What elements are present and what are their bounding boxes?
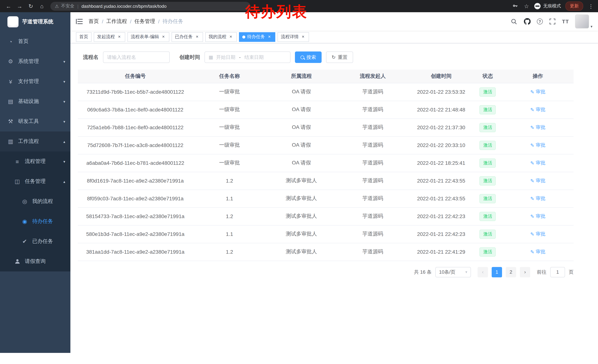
- reload-icon[interactable]: ↻: [26, 0, 36, 12]
- cell-status: 激活: [473, 83, 502, 101]
- approve-link[interactable]: ✎ 审批: [530, 142, 545, 148]
- tab-process-detail[interactable]: 流程详情 ×: [277, 32, 309, 42]
- close-icon[interactable]: ×: [194, 34, 200, 40]
- reset-button[interactable]: ↻ 重置: [326, 51, 353, 63]
- sidebar-item-leave-query[interactable]: 请假查询: [0, 251, 70, 271]
- search-button[interactable]: 搜索: [295, 51, 322, 63]
- search-icon: [300, 55, 304, 59]
- tab-my-process[interactable]: 我的流程 ×: [205, 32, 237, 42]
- next-page-button[interactable]: ›: [520, 267, 530, 277]
- refresh-icon: ↻: [332, 54, 336, 60]
- sidebar-item-workflow[interactable]: ▥ 工作流程 ▴: [0, 131, 70, 152]
- page-2-button[interactable]: 2: [506, 267, 516, 277]
- approve-link[interactable]: ✎ 审批: [530, 177, 545, 184]
- approve-link[interactable]: ✎ 审批: [530, 124, 545, 131]
- avatar[interactable]: [575, 15, 589, 29]
- page-size-select[interactable]: 10条/页 ▾: [435, 267, 471, 277]
- annotation-overlay-text: 待办列表: [245, 1, 307, 22]
- sidebar-item-done-tasks[interactable]: ✔ 已办任务: [0, 231, 70, 251]
- date-range-separator: -: [239, 54, 241, 60]
- forward-icon[interactable]: →: [15, 0, 25, 12]
- close-icon[interactable]: ×: [161, 34, 166, 40]
- sidebar-item-process-management[interactable]: ≡ 流程管理 ▾: [0, 152, 70, 171]
- sidebar-item-infra[interactable]: ▤ 基础设施 ▾: [0, 91, 70, 112]
- browser-chrome: ← → ↻ ⌂ ⚠ 不安全 | dashboard.yudao.iocoder.…: [0, 0, 598, 12]
- status-badge: 激活: [480, 87, 496, 97]
- create-time-label: 创建时间: [179, 54, 200, 61]
- tab-done-tasks[interactable]: 已办任务 ×: [172, 32, 203, 42]
- cell-process: OA 请假: [266, 101, 337, 119]
- address-bar[interactable]: ⚠ 不安全 | dashboard.yudao.iocoder.cn/bpm/t…: [50, 2, 250, 11]
- fullscreen-icon[interactable]: [549, 18, 556, 25]
- chevron-up-icon: ▴: [63, 139, 65, 144]
- approve-link[interactable]: ✎ 审批: [530, 106, 545, 113]
- security-label[interactable]: 不安全: [61, 3, 75, 9]
- cell-status: 激活: [473, 207, 502, 225]
- close-icon[interactable]: ×: [117, 34, 122, 40]
- breadcrumb-workflow[interactable]: 工作流程: [106, 18, 127, 25]
- table-row: 73211d9d-7b9b-11ec-b5b7-acde48001122 一级审…: [78, 83, 573, 101]
- tab-home[interactable]: 首页: [76, 32, 91, 42]
- cell-created: 2022-01-21 22:42:23: [409, 207, 473, 225]
- cell-created: 2022-01-22 21:48:48: [409, 101, 473, 119]
- col-actions: 操作: [502, 70, 573, 83]
- page-1-button[interactable]: 1: [492, 267, 502, 277]
- person-icon: [14, 258, 20, 265]
- monitor-icon: ▤: [8, 98, 14, 105]
- sidebar-item-my-process[interactable]: ◎ 我的流程: [0, 191, 70, 211]
- chevron-down-icon: ▾: [63, 99, 65, 104]
- sidebar-item-label: 流程管理: [25, 158, 46, 165]
- edit-icon: ✎: [530, 249, 534, 255]
- breadcrumb-home[interactable]: 首页: [89, 18, 99, 25]
- tab-process-form-edit[interactable]: 流程表单-编辑 ×: [127, 32, 169, 42]
- approve-link[interactable]: ✎ 审批: [530, 231, 545, 237]
- page-unit-label: 页: [569, 269, 573, 275]
- prev-page-button[interactable]: ‹: [478, 267, 488, 277]
- user-menu[interactable]: ▾: [575, 15, 592, 29]
- bookmark-star-icon[interactable]: ☆: [523, 0, 530, 12]
- sidebar-item-home[interactable]: ◔ 首页: [0, 32, 70, 51]
- cell-task-name: 1.1: [193, 225, 266, 243]
- home-icon[interactable]: ⌂: [37, 0, 47, 12]
- sidebar-item-devtools[interactable]: ⚒ 研发工具 ▾: [0, 112, 70, 131]
- github-icon[interactable]: [523, 18, 531, 25]
- font-size-icon[interactable]: TT: [562, 18, 569, 24]
- app-logo[interactable]: 芋道管理系统: [0, 12, 70, 32]
- approve-link[interactable]: ✎ 审批: [530, 195, 545, 202]
- close-icon[interactable]: ×: [228, 34, 233, 40]
- cell-task-id: a6aba0a4-7b6d-11ec-b781-acde48001122: [78, 154, 193, 172]
- back-icon[interactable]: ←: [4, 0, 13, 12]
- approve-link[interactable]: ✎ 审批: [530, 160, 545, 166]
- cell-created: 2022-01-21 22:43:55: [409, 172, 473, 190]
- sidebar-item-label: 已办任务: [32, 238, 53, 245]
- key-icon[interactable]: [511, 2, 519, 10]
- browser-menu-icon[interactable]: ⋮: [588, 3, 594, 9]
- close-icon[interactable]: ×: [300, 34, 306, 40]
- col-created: 创建时间: [409, 70, 473, 83]
- breadcrumb-task-management[interactable]: 任务管理: [134, 18, 155, 25]
- update-button[interactable]: 更新: [565, 1, 583, 11]
- sidebar-item-todo-tasks[interactable]: ◉ 待办任务: [0, 211, 70, 231]
- process-name-input[interactable]: [103, 51, 170, 63]
- sidebar-collapse-icon[interactable]: [76, 19, 83, 24]
- cell-process: OA 请假: [266, 154, 337, 172]
- table-row: 75d72608-7b7f-11ec-a3c8-acde48001122 一级审…: [78, 136, 573, 154]
- sidebar-item-system[interactable]: ⚙ 系统管理 ▾: [0, 51, 70, 72]
- cell-task-id: 75d72608-7b7f-11ec-a3c8-acde48001122: [78, 136, 193, 154]
- approve-link[interactable]: ✎ 审批: [530, 249, 545, 255]
- date-range-picker[interactable]: ▦ 开始日期 - 结束日期: [205, 51, 291, 63]
- close-icon[interactable]: ×: [267, 34, 272, 40]
- search-icon[interactable]: [510, 18, 518, 25]
- table-row: a6aba0a4-7b6d-11ec-b781-acde48001122 一级审…: [78, 154, 573, 172]
- tab-todo-tasks[interactable]: 待办任务 ×: [239, 32, 275, 42]
- tab-start-process[interactable]: 发起流程 ×: [94, 32, 125, 42]
- sidebar-item-pay[interactable]: ¥ 支付管理 ▾: [0, 72, 70, 91]
- cell-created: 2022-01-21 22:43:55: [409, 190, 473, 207]
- sidebar-item-task-management[interactable]: ◫ 任务管理 ▴: [0, 171, 70, 191]
- help-icon[interactable]: ?: [537, 18, 543, 24]
- approve-link[interactable]: ✎ 审批: [530, 89, 545, 95]
- cell-process: 测试多审批人: [266, 172, 337, 190]
- not-secure-icon: ⚠: [55, 4, 59, 9]
- goto-page-input[interactable]: [550, 267, 565, 277]
- approve-link[interactable]: ✎ 审批: [530, 213, 545, 219]
